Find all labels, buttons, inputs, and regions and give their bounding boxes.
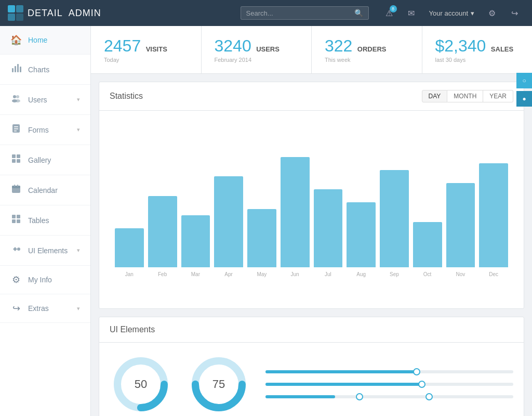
bar [115,228,144,267]
statistics-title: Statistics [110,92,143,101]
stat-visits: 2457 VISITS Today [91,26,202,73]
header-icons: ⚠ 8 ✉ Your account ▾ ⚙ ↪ [379,3,524,23]
bar-group: Jul [314,189,343,277]
svg-point-9 [16,95,19,98]
sidebar-item-my-info[interactable]: ⚙ My Info [0,266,90,294]
statistics-section: Statistics DAY MONTH YEAR JanFebMarAprMa… [99,82,524,309]
donut-chart-1: 50 [110,353,172,415]
svg-rect-13 [14,126,18,127]
day-button[interactable]: DAY [422,90,448,102]
sidebar-item-home[interactable]: 🏠 Home [0,26,90,55]
stat-value-orders: 322 [325,36,352,55]
svg-rect-18 [12,159,16,163]
users-icon [10,93,22,106]
slider-thumb-2[interactable] [418,381,425,388]
bar [148,196,177,268]
alert-button[interactable]: ⚠ 8 [379,3,399,23]
chevron-right-icon: ▾ [77,247,80,254]
donut-value-2: 75 [212,378,225,391]
bar-label: Feb [158,271,167,277]
sidebar-item-extras[interactable]: ↪ Extras ▾ [0,294,90,323]
bar-group: Sep [380,170,409,278]
stats-bar: 2457 VISITS Today 3240 USERS February 20… [91,26,532,74]
stat-sublabel-sales: last 30 days [435,57,520,63]
sidebar-item-users[interactable]: Users ▾ [0,85,90,115]
search-box: 🔍 [241,6,369,20]
stat-label-users: USERS [256,45,280,53]
calendar-icon [10,184,22,197]
bar [247,209,276,268]
bar-group: Nov [446,183,475,278]
sidebar-item-tables[interactable]: Tables [0,205,90,236]
sidebar-item-ui-elements[interactable]: UI Elements ▾ [0,236,90,266]
sidebar-item-gallery[interactable]: Gallery [0,145,90,175]
statistics-header: Statistics DAY MONTH YEAR [99,82,524,111]
bar-label: Sep [390,271,399,277]
stat-value-visits: 2457 [104,36,141,55]
slider-thumb-3a[interactable] [356,393,363,400]
sidebar-item-label: Users [28,96,71,104]
stat-users: 3240 USERS February 2014 [202,26,312,73]
svg-rect-5 [15,66,16,72]
my-info-icon: ⚙ [10,274,22,285]
panel-icon-2: ● [522,95,526,102]
tables-icon [10,214,22,227]
logo-icon [8,5,23,21]
month-button[interactable]: MONTH [447,90,483,102]
sidebar-item-label: Home [28,36,80,44]
header: DETAIL ADMIN 🔍 ⚠ 8 ✉ Your account ▾ ⚙ ↪ [0,0,532,26]
bar-label: May [257,271,267,277]
slider-thumb-3b[interactable] [425,393,433,400]
stat-orders: 322 ORDERS This week [312,26,422,73]
bar-label: Apr [224,271,233,277]
bar-group: May [247,209,276,278]
svg-rect-6 [17,64,19,72]
bar-group: Feb [148,196,177,278]
main-layout: 🏠 Home Charts [0,26,532,416]
year-button[interactable]: YEAR [483,90,513,102]
stat-sublabel-visits: Today [104,57,188,63]
svg-rect-15 [14,131,17,132]
stat-sales: $2,340 SALES last 30 days [422,26,533,73]
panel-btn-2[interactable]: ● [516,91,532,107]
stat-sublabel-users: February 2014 [215,57,299,63]
ui-elements-header: UI Elements [99,317,524,343]
bar-label: Jul [325,271,331,277]
account-button[interactable]: Your account ▾ [424,7,480,20]
bar [181,215,210,267]
bar-label: Dec [489,271,498,277]
chevron-right-icon: ▾ [77,126,80,133]
forms-icon [10,123,22,136]
bar-chart: JanFebMarAprMayJunJulAugSepOctNovDec [110,121,513,277]
mail-button[interactable]: ✉ [402,3,421,23]
slider-thumb-1[interactable] [413,368,420,375]
slider-fill-1 [265,370,417,373]
svg-rect-2 [8,14,15,21]
sidebar-item-charts[interactable]: Charts [0,55,90,85]
sidebar-item-forms[interactable]: Forms ▾ [0,115,90,145]
search-input[interactable] [246,9,350,17]
sidebar-item-label: UI Elements [28,246,71,255]
chevron-down-icon: ▾ [471,9,474,17]
bar-group: Oct [413,222,442,278]
bar [281,157,310,268]
settings-button[interactable]: ⚙ [482,3,502,23]
bar-group: Aug [347,202,376,277]
ui-elements-section: UI Elements 50 75 [99,317,524,416]
slider-1[interactable] [265,370,513,373]
slider-3[interactable] [265,395,513,398]
panel-btn-1[interactable]: ○ [516,73,532,88]
bar-group: Apr [214,176,243,277]
chevron-right-icon: ▾ [77,305,80,312]
stat-label-sales: SALES [491,45,513,53]
sidebar-item-calendar[interactable]: Calendar [0,175,90,205]
svg-point-11 [15,99,20,102]
share-button[interactable]: ↪ [504,3,524,23]
home-icon: 🏠 [10,34,22,46]
bar [380,170,409,268]
bar [347,202,376,267]
sidebar-item-label: My Info [28,276,80,284]
ui-elements-content: 50 75 [99,343,524,416]
slider-2[interactable] [265,383,513,386]
panel-icon-1: ○ [522,77,526,84]
